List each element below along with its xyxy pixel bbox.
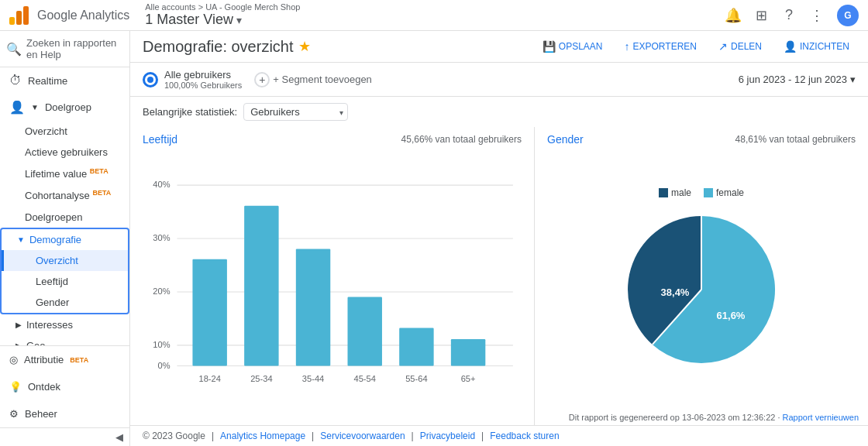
bar-chart-svg: 40% 30% 20% 10% 0% 18-24 25-34 [143, 152, 522, 425]
svg-text:65+: 65+ [461, 374, 476, 383]
sidebar-item-interesses[interactable]: ▶ Interesses [0, 314, 129, 335]
add-segment-circle: + [254, 72, 270, 87]
sidebar-collapse-button[interactable]: ◀ [0, 427, 129, 446]
lifetime-beta-badge: BETA [90, 167, 108, 175]
help-icon[interactable]: ? [781, 8, 797, 23]
svg-rect-13 [192, 259, 226, 366]
gender-pct: 48,61% van totaal gebruikers [735, 134, 856, 145]
female-label: female [716, 187, 744, 198]
user-avatar[interactable]: G [837, 5, 859, 26]
interesses-caret: ▶ [16, 321, 22, 329]
gender-title[interactable]: Gender [547, 133, 584, 146]
sidebar-item-geo[interactable]: ▶ Geo [0, 335, 129, 345]
legend-female: female [704, 187, 744, 198]
footer-links: © 2023 Google | Analytics Homepage | Ser… [143, 431, 560, 441]
segment-all-users[interactable]: Alle gebruikers 100,00% Gebruikers [143, 69, 242, 90]
analytics-homepage-link[interactable]: Analytics Homepage [220, 431, 305, 441]
sidebar-item-doelgroepen[interactable]: Doelgroepen [0, 207, 129, 228]
attributie-icon: ◎ [9, 354, 18, 365]
svg-text:25-34: 25-34 [250, 374, 272, 383]
sidebar-item-beheer[interactable]: ⚙ Beheer [0, 400, 129, 427]
bookmark-icon[interactable]: ★ [298, 38, 311, 55]
notifications-icon[interactable]: 🔔 [725, 8, 741, 23]
attributie-beta-badge: BETA [70, 356, 88, 364]
header-actions: 💾 OPSLAAN ↑ EXPORTEREN ↗ DELEN 👤 INZICHT… [536, 37, 856, 56]
svg-text:18-24: 18-24 [198, 374, 220, 383]
realtime-icon: ⏱ [9, 74, 22, 87]
svg-text:10%: 10% [153, 340, 170, 349]
sidebar-item-lifetime-value[interactable]: Lifetime value BETA [0, 163, 129, 184]
ontdek-icon: 💡 [9, 381, 22, 393]
metric-select[interactable]: Gebruikers Sessies Paginaweergaven [243, 103, 348, 121]
top-bar-center: Alle accounts > UA - Google Merch Shop 1… [129, 2, 725, 28]
sidebar-item-overzicht[interactable]: Overzicht [0, 121, 129, 142]
sidebar-item-demo-overzicht[interactable]: Overzicht [2, 250, 128, 271]
apps-icon[interactable]: ⊞ [753, 8, 769, 23]
pie-chart-svg: 38,4% 61,6% [616, 204, 787, 375]
top-bar-right: 🔔 ⊞ ? ⋮ G [725, 5, 859, 26]
share-icon: ↗ [718, 40, 728, 53]
insights-button[interactable]: 👤 INZICHTEN [777, 37, 856, 56]
save-icon: 💾 [542, 40, 556, 53]
share-button[interactable]: ↗ DELEN [712, 37, 768, 56]
date-range-picker[interactable]: 6 jun 2023 - 12 jun 2023 ▾ [739, 74, 856, 85]
sidebar: 🔍 Zoeken in rapporten en Help ⏱ Realtime… [0, 31, 130, 446]
leeftijd-chart-header: Leeftijd 45,66% van totaal gebruikers [130, 127, 534, 152]
page-title: Demografie: overzicht ★ [143, 38, 311, 56]
svg-rect-15 [244, 206, 278, 366]
date-caret-icon: ▾ [850, 74, 856, 85]
save-button[interactable]: 💾 OPSLAAN [536, 37, 609, 56]
app-title: Google Analytics [37, 9, 129, 22]
doelgroep-label: Doelgroep [45, 101, 91, 113]
segment-left: Alle gebruikers 100,00% Gebruikers + + S… [143, 69, 372, 90]
svg-text:35-44: 35-44 [302, 374, 324, 383]
sidebar-item-actieve-gebruikers[interactable]: Actieve gebruikers [0, 142, 129, 163]
export-icon: ↑ [625, 40, 630, 53]
sidebar-item-realtime[interactable]: ⏱ Realtime [0, 67, 129, 94]
sidebar-item-doelgroep[interactable]: 👤 ▼ Doelgroep [0, 94, 129, 121]
svg-text:0%: 0% [158, 361, 170, 370]
segment-info: Alle gebruikers 100,00% Gebruikers [164, 69, 242, 90]
servicevoorwaarden-link[interactable]: Servicevoorwaarden [320, 431, 405, 441]
more-options-icon[interactable]: ⋮ [809, 8, 825, 23]
svg-rect-21 [399, 328, 433, 366]
export-button[interactable]: ↑ EXPORTEREN [618, 37, 703, 56]
svg-text:61,6%: 61,6% [717, 310, 746, 321]
sidebar-item-ontdek[interactable]: 💡 Ontdek [0, 373, 129, 400]
sidebar-item-demografie[interactable]: ▼ Demografie [2, 229, 128, 250]
svg-rect-19 [348, 297, 382, 366]
realtime-label: Realtime [28, 75, 67, 87]
privacybeleid-link[interactable]: Privacybeleid [420, 431, 475, 441]
svg-text:55-64: 55-64 [405, 374, 427, 383]
report-renew-link[interactable]: Rapport vernieuwen [783, 413, 859, 422]
main-layout: 🔍 Zoeken in rapporten en Help ⏱ Realtime… [0, 31, 868, 446]
svg-rect-23 [451, 339, 485, 365]
sidebar-search[interactable]: 🔍 Zoeken in rapporten en Help [0, 31, 129, 67]
leeftijd-pct: 45,66% van totaal gebruikers [401, 134, 522, 145]
add-segment-button[interactable]: + + Segment toevoegen [254, 72, 372, 87]
report-note: Dit rapport is gegenereerd op 13-06-2023… [535, 410, 868, 425]
sidebar-item-attributie[interactable]: ◎ Attributie BETA [0, 346, 129, 373]
sidebar-item-demo-leeftijd[interactable]: Leeftijd [2, 271, 128, 292]
breadcrumb: Alle accounts > UA - Google Merch Shop [145, 2, 725, 12]
feedback-link[interactable]: Feedback sturen [490, 431, 559, 441]
doelgroep-caret: ▼ [31, 103, 39, 112]
svg-text:45-54: 45-54 [354, 374, 376, 383]
svg-rect-0 [9, 17, 15, 25]
content-header: Demografie: overzicht ★ 💾 OPSLAAN ↑ EXPO… [130, 31, 868, 63]
bar-chart: 40% 30% 20% 10% 0% 18-24 25-34 [130, 152, 534, 425]
top-bar: Google Analytics Alle accounts > UA - Go… [0, 0, 868, 31]
leeftijd-title[interactable]: Leeftijd [143, 133, 177, 146]
stats-filter: Belangrijke statistiek: Gebruikers Sessi… [130, 97, 868, 127]
filter-label: Belangrijke statistiek: [143, 106, 237, 118]
pie-legend: male female [659, 187, 744, 198]
search-label: Zoeken in rapporten en Help [26, 37, 123, 60]
google-analytics-logo [6, 3, 31, 28]
demografie-caret: ▼ [17, 235, 25, 244]
leeftijd-chart: Leeftijd 45,66% van totaal gebruikers [130, 127, 535, 425]
sidebar-item-demo-gender[interactable]: Gender [2, 292, 128, 313]
doelgroep-icon: 👤 [9, 100, 25, 115]
filter-select-wrap: Gebruikers Sessies Paginaweergaven [243, 103, 348, 121]
master-view-selector[interactable]: 1 Master View ▾ [145, 12, 725, 28]
sidebar-item-cohortanalyse[interactable]: Cohortanalyse BETA [0, 184, 129, 206]
